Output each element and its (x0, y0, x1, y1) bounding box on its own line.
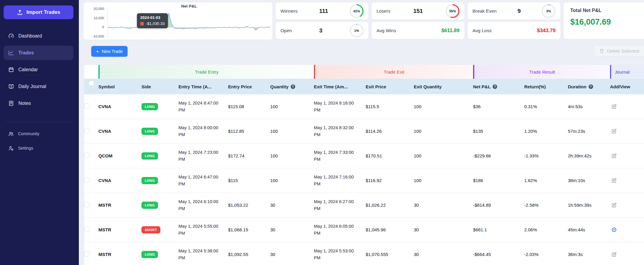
duration-cell: 57m:23s (568, 129, 610, 134)
column-header-label: Return(%) (524, 84, 546, 89)
table-row: CVNA LONG May 1, 2024 8:00:00 PM $112.85… (84, 119, 644, 144)
row-checkbox[interactable] (84, 153, 90, 158)
column-header-quantity[interactable]: Quantity ? (270, 84, 314, 89)
add-view-cell (610, 227, 644, 233)
duration-cell: 45m:44s (568, 227, 610, 232)
symbol-cell: QCOM (98, 153, 141, 158)
upload-icon (17, 9, 23, 15)
row-checkbox[interactable] (84, 177, 90, 183)
edit-trade-icon[interactable] (611, 153, 617, 159)
import-trades-button[interactable]: Import Trades (4, 5, 73, 19)
y-tick: 0 (86, 25, 104, 29)
row-checkbox[interactable] (84, 103, 90, 109)
edit-trade-icon[interactable] (611, 202, 617, 208)
exit-price-cell: $1,070.555 (366, 252, 414, 257)
help-icon[interactable]: ? (291, 84, 295, 89)
exit-quantity-cell: 30 (414, 227, 473, 232)
column-header-add-view[interactable]: Add/View (610, 84, 644, 89)
sidebar-item-settings[interactable]: Settings (4, 142, 73, 155)
sidebar-item-notes[interactable]: Notes (4, 96, 73, 111)
exit-quantity-cell: 30 (414, 252, 473, 257)
entry-price-cell: $112.85 (228, 129, 270, 134)
new-trade-button[interactable]: + New Trade (91, 46, 128, 57)
sidebar-item-calendar[interactable]: Calendar (4, 62, 73, 77)
column-header-entry-time-a-[interactable]: Entry Time (A... (178, 84, 228, 89)
tooltip-value: -$1,030.33 (146, 21, 165, 26)
table-row: MSTR SHORT May 1, 2024 5:55:00 PM $1,068… (84, 218, 644, 242)
row-checkbox[interactable] (84, 128, 90, 133)
edit-trade-icon[interactable] (611, 251, 617, 257)
sidebar-divider (6, 122, 73, 122)
entry-time-cell: May 1, 2024 7:23:00 PM (178, 149, 228, 163)
return-pct-cell: 1.62% (524, 178, 568, 183)
return-pct-cell: 1.20% (524, 129, 568, 134)
sidebar-item-dashboard[interactable]: Dashboard (4, 29, 73, 43)
calendar-icon (8, 67, 14, 73)
column-header-exit-price[interactable]: Exit Price (366, 84, 414, 89)
quantity-cell: 30 (270, 203, 314, 208)
column-header-return-[interactable]: Return(%) (524, 84, 568, 89)
column-header-exit-time-am-[interactable]: Exit Time (Am... (314, 84, 366, 89)
column-header-exit-quantity[interactable]: Exit Quantity (414, 84, 473, 89)
help-icon[interactable]: ? (493, 84, 497, 89)
side-cell: LONG (141, 152, 178, 160)
column-header-symbol[interactable]: Symbol (98, 84, 141, 89)
exit-price-cell: $1,026.22 (366, 203, 414, 208)
stat-card-break-even: Break Even 9 3% (468, 2, 560, 20)
select-all-checkbox[interactable] (89, 81, 94, 86)
sidebar-item-daily-journal[interactable]: Daily Journal (4, 79, 73, 94)
stat-label: Avg Loss (472, 28, 491, 33)
edit-trade-icon[interactable] (611, 104, 617, 109)
symbol-cell: CVNA (98, 104, 141, 109)
net-pnl-chart-card: Net P&L 20,000 10,000 0 -10,000 2024-01-… (84, 2, 272, 40)
new-trade-label: New Trade (102, 49, 123, 54)
add-view-cell (610, 251, 644, 257)
quantity-cell: 30 (270, 252, 314, 257)
row-checkbox[interactable] (84, 227, 90, 232)
net-pnl-cell: $36 (473, 104, 524, 109)
add-view-cell (610, 104, 644, 109)
side-cell: LONG (141, 128, 178, 135)
sidebar-item-label: Community (18, 131, 39, 136)
sidebar-nav: Dashboard Trades Calendar Daily Journal … (0, 29, 79, 111)
delete-selected-button[interactable]: Delete Selected: (593, 45, 644, 56)
entry-price-cell: $1,068.15 (228, 227, 270, 232)
sidebar-item-label: Calendar (18, 67, 38, 72)
quantity-cell: 100 (270, 153, 314, 158)
sidebar-nav-secondary: Community Settings (0, 127, 79, 155)
help-icon[interactable]: ? (589, 84, 593, 89)
row-checkbox[interactable] (84, 251, 90, 257)
main-content: Net P&L 20,000 10,000 0 -10,000 2024-01-… (79, 0, 644, 265)
entry-time-cell: May 1, 2024 5:55:00 PM (178, 223, 228, 236)
side-cell: SHORT (141, 226, 178, 233)
exit-price-cell: $115.5 (366, 104, 414, 109)
column-header-net-p-l[interactable]: Net P&L ? (473, 84, 524, 89)
stat-card-losers: Losers 151 55% (372, 2, 464, 20)
user-gear-icon (8, 145, 14, 151)
entry-time-cell: May 1, 2024 8:00:00 PM (178, 124, 228, 138)
table-row: CVNA LONG May 1, 2024 8:47:00 PM $115.08… (84, 94, 644, 119)
column-header-side[interactable]: Side (141, 84, 178, 89)
add-view-cell (610, 128, 644, 134)
duration-cell: 2h:39m:42s (568, 153, 610, 158)
sidebar: Import Trades Dashboard Trades Calendar … (0, 0, 79, 265)
edit-trade-icon[interactable] (611, 128, 617, 134)
add-view-cell (610, 178, 644, 183)
exit-time-cell: May 1, 2024 5:53:00 PM (314, 248, 366, 261)
group-blank (84, 65, 98, 79)
notebook-icon (8, 100, 14, 106)
column-header-label: Exit Quantity (414, 84, 442, 89)
row-checkbox[interactable] (84, 202, 90, 207)
view-trade-icon[interactable] (611, 227, 617, 233)
trash-icon (599, 48, 604, 53)
column-header-entry-price[interactable]: Entry Price (228, 84, 270, 89)
sidebar-item-trades[interactable]: Trades (4, 46, 73, 60)
column-header-duration[interactable]: Duration ? (568, 84, 610, 89)
edit-trade-icon[interactable] (611, 178, 617, 183)
side-badge: LONG (141, 103, 158, 110)
avg-wins-value: $611.89 (441, 28, 460, 34)
table-group-header: Trade Entry Trade Exit Trade Result Jour… (84, 65, 644, 79)
sidebar-item-label: Notes (18, 101, 31, 106)
sidebar-item-community[interactable]: Community (4, 127, 73, 140)
duration-cell: 36m:3s (568, 252, 610, 257)
